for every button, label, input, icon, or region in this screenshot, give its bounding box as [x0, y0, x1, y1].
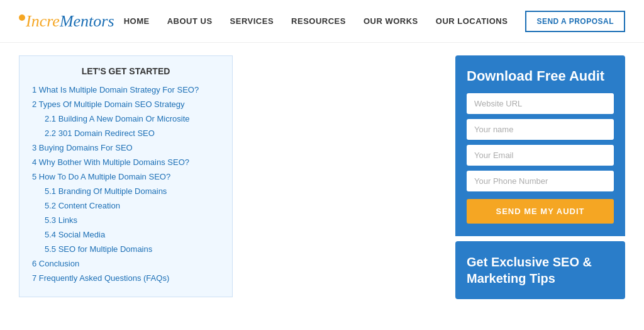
list-item: 5.5 SEO for Multiple Domains: [32, 243, 219, 254]
nav-services[interactable]: SERVICES: [230, 16, 274, 26]
list-item: 2 Types Of Multiple Domain SEO Strategy: [32, 98, 219, 110]
logo-dot: [19, 14, 25, 21]
toc-link-2[interactable]: 2 Types Of Multiple Domain SEO Strategy: [32, 100, 185, 109]
right-sidebar: Download Free Audit SEND ME MY AUDIT Get…: [455, 55, 625, 317]
your-name-input[interactable]: [467, 119, 614, 140]
main-content: LET'S GET STARTED 1 What Is Multiple Dom…: [0, 43, 644, 330]
logo-incre: Incre: [26, 12, 60, 31]
list-item: 6 Conclusion: [32, 258, 219, 269]
seo-tips-box: Get Exclusive SEO & Marketing Tips: [455, 241, 625, 299]
header: Incre Mentors HOME ABOUT US SERVICES RES…: [0, 0, 644, 43]
toc-link-5-4[interactable]: 5.4 Social Media: [45, 230, 105, 239]
your-phone-input[interactable]: [467, 171, 614, 191]
toc-link-5-3[interactable]: 5.3 Links: [45, 215, 77, 225]
list-item: 4 Why Bother With Multiple Domains SEO?: [32, 156, 219, 168]
toc-link-7[interactable]: 7 Frequently Asked Questions (FAQs): [32, 273, 169, 283]
nav-resources[interactable]: RESOURCES: [291, 16, 346, 26]
toc-link-1[interactable]: 1 What Is Multiple Domain Strategy For S…: [32, 85, 199, 94]
toc-link-5-2[interactable]: 5.2 Content Creation: [45, 201, 120, 210]
toc-link-6[interactable]: 6 Conclusion: [32, 259, 79, 268]
audit-box: Download Free Audit SEND ME MY AUDIT: [455, 55, 625, 236]
audit-form: SEND ME MY AUDIT: [467, 93, 614, 224]
toc-title: LET'S GET STARTED: [32, 66, 219, 76]
toc-list: 1 What Is Multiple Domain Strategy For S…: [32, 84, 219, 283]
toc-link-4[interactable]: 4 Why Bother With Multiple Domains SEO?: [32, 157, 189, 167]
center-content: [245, 55, 443, 317]
audit-title: Download Free Audit: [467, 68, 614, 84]
list-item: 2.2 301 Domain Redirect SEO: [32, 127, 219, 139]
your-email-input[interactable]: [467, 145, 614, 166]
nav-home[interactable]: HOME: [124, 16, 150, 26]
list-item: 7 Frequently Asked Questions (FAQs): [32, 272, 219, 283]
list-item: 3 Buying Domains For SEO: [32, 142, 219, 153]
toc-link-2-1[interactable]: 2.1 Building A New Domain Or Microsite: [45, 114, 189, 123]
list-item: 5.3 Links: [32, 214, 219, 225]
list-item: 5.2 Content Creation: [32, 200, 219, 211]
website-url-input[interactable]: [467, 93, 614, 114]
logo-mentors: Mentors: [60, 12, 114, 31]
toc-link-3[interactable]: 3 Buying Domains For SEO: [32, 143, 133, 152]
nav-about-us[interactable]: ABOUT US: [167, 16, 213, 26]
list-item: 5.1 Branding Of Multiple Domains: [32, 185, 219, 196]
list-item: 1 What Is Multiple Domain Strategy For S…: [32, 84, 219, 95]
send-audit-button[interactable]: SEND ME MY AUDIT: [467, 199, 614, 224]
seo-tips-title: Get Exclusive SEO & Marketing Tips: [467, 254, 614, 287]
list-item: 5.4 Social Media: [32, 229, 219, 240]
logo: Incre Mentors: [19, 12, 114, 31]
send-proposal-button[interactable]: SEND A PROPOSAL: [525, 11, 625, 32]
toc-link-5-1[interactable]: 5.1 Branding Of Multiple Domains: [45, 186, 167, 196]
nav-our-locations[interactable]: OUR LOCATIONS: [436, 16, 508, 26]
toc-link-5[interactable]: 5 How To Do A Multiple Domain SEO?: [32, 172, 170, 181]
toc-link-5-5[interactable]: 5.5 SEO for Multiple Domains: [45, 244, 152, 254]
toc-link-2-2[interactable]: 2.2 301 Domain Redirect SEO: [45, 128, 155, 138]
nav-our-works[interactable]: OUR WORKS: [364, 16, 418, 26]
list-item: 2.1 Building A New Domain Or Microsite: [32, 113, 219, 124]
table-of-contents: LET'S GET STARTED 1 What Is Multiple Dom…: [19, 55, 233, 297]
main-nav: HOME ABOUT US SERVICES RESOURCES OUR WOR…: [124, 11, 625, 32]
list-item: 5 How To Do A Multiple Domain SEO?: [32, 171, 219, 182]
